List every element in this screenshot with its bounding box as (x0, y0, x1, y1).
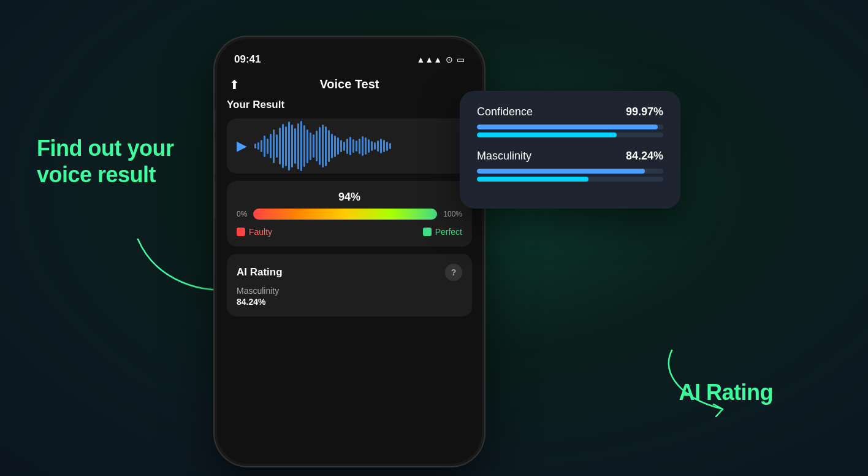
waveform-bar (310, 132, 311, 160)
confidence-bar-2-fill (477, 132, 617, 137)
waveform-bar (291, 125, 293, 167)
ai-rating-title: AI Rating (237, 266, 283, 278)
waveform-bar (377, 140, 379, 152)
legend-perfect: Perfect (423, 227, 462, 237)
tagline-line1: Find out your (37, 135, 173, 161)
waveform-bar (276, 134, 278, 158)
waveform-bar (371, 141, 373, 151)
waveform-bar (297, 123, 299, 169)
phone-silent-button (215, 110, 215, 132)
waveform-bar (349, 137, 351, 155)
waveform-bar (288, 121, 290, 171)
waveform-visualization (254, 131, 462, 161)
waveform-bar (313, 134, 314, 158)
confidence-header: Confidence 99.97% (477, 106, 663, 118)
masculinity-bar-1-track (477, 169, 663, 174)
waveform-bar (356, 140, 357, 152)
confidence-label: Confidence (477, 106, 533, 118)
waveform-bar (285, 126, 287, 166)
waveform-bar (337, 137, 339, 155)
waveform-bar (279, 128, 281, 164)
waveform-bar (359, 139, 360, 154)
app-content: Your Result ▶ 94% 0% 100% Faulty (217, 99, 482, 317)
waveform-bar (303, 125, 305, 167)
waveform-bar (380, 139, 382, 153)
masculinity-label: Masculinity (477, 150, 531, 163)
info-card: Confidence 99.97% Masculinity 84.24% (460, 91, 680, 209)
waveform-bar (383, 140, 385, 152)
perfect-color-swatch (423, 228, 432, 236)
waveform-bar (267, 139, 268, 154)
battery-icon: ▭ (457, 55, 465, 64)
score-label-0: 0% (237, 210, 247, 218)
app-header: ⬆ Voice Test (217, 72, 482, 99)
masculinity-row: Masculinity 84.24% (477, 150, 663, 182)
waveform-bar (316, 131, 318, 161)
confidence-row: Confidence 99.97% (477, 106, 663, 137)
waveform-bar (306, 129, 308, 163)
waveform-bar (257, 142, 259, 150)
status-time: 09:41 (234, 53, 261, 66)
masculinity-bar-2-track (477, 177, 663, 182)
play-button[interactable]: ▶ (237, 138, 247, 154)
waveform-bar (362, 136, 364, 156)
phone-mockup: 09:41 ▲▲▲ ⊙ ▭ ⬆ Voice Test Your Result ▶… (215, 37, 484, 466)
waveform-bar (294, 128, 296, 164)
waveform-bar (273, 129, 275, 163)
waveform-bar (300, 121, 302, 171)
screen-title: Voice Test (319, 77, 379, 91)
ai-rating-header: AI Rating ? (237, 264, 462, 281)
status-icons: ▲▲▲ ⊙ ▭ (416, 55, 465, 64)
masculinity-bar-1-fill (477, 169, 645, 174)
masculinity-value: 84.24% (626, 150, 663, 163)
score-legend: Faulty Perfect (237, 227, 462, 237)
waveform-card: ▶ (227, 118, 472, 174)
waveform-bar (389, 143, 391, 149)
score-bar-container: 0% 100% (237, 209, 462, 220)
faulty-label: Faulty (249, 227, 272, 237)
waveform-bar (325, 126, 327, 166)
tagline-line2: voice result (37, 161, 173, 188)
waveform-bar (343, 142, 345, 151)
phone-screen: 09:41 ▲▲▲ ⊙ ▭ ⬆ Voice Test Your Result ▶… (217, 39, 482, 464)
share-icon[interactable]: ⬆ (229, 77, 240, 92)
waveform-bar (264, 136, 265, 157)
score-bar (253, 209, 437, 220)
waveform-bar (352, 139, 354, 153)
faulty-color-swatch (237, 228, 245, 236)
waveform-bar (270, 134, 272, 158)
masculinity-bar-2-fill (477, 177, 588, 182)
waveform-bar (254, 144, 256, 148)
waveform-bar (374, 142, 376, 150)
tagline: Find out your voice result (37, 135, 173, 188)
waveform-bar (340, 140, 342, 152)
confidence-value: 99.97% (626, 106, 663, 118)
ai-rating-arrow (635, 338, 758, 418)
waveform-bar (368, 139, 370, 153)
phone-volume-up-button (215, 138, 215, 175)
waveform-bar (346, 139, 348, 154)
waveform-bar (282, 124, 284, 168)
score-card: 94% 0% 100% Faulty Perfect (227, 181, 472, 247)
ai-rating-card: AI Rating ? Masculinity 84.24% (227, 254, 472, 317)
waveform-bar (261, 140, 262, 152)
signal-icon: ▲▲▲ (416, 55, 442, 64)
wifi-icon: ⊙ (446, 55, 453, 64)
help-button[interactable]: ? (445, 264, 462, 281)
perfect-label: Perfect (435, 227, 462, 237)
waveform-bar (365, 137, 367, 155)
waveform-bar (334, 136, 336, 157)
score-percentage: 94% (237, 191, 462, 204)
waveform-bar (386, 142, 388, 151)
waveform-bar (331, 134, 333, 158)
ai-rating-promo-label: AI Rating (679, 380, 774, 405)
waveform-bar (319, 127, 321, 165)
legend-faulty: Faulty (237, 227, 272, 237)
masculinity-header: Masculinity 84.24% (477, 150, 663, 163)
confidence-bar-2-track (477, 132, 663, 137)
confidence-bar-1-fill (477, 125, 658, 129)
your-result-label: Your Result (227, 99, 472, 111)
waveform-bar (322, 125, 324, 167)
ai-sub-value: 84.24% (237, 297, 462, 307)
phone-notch (313, 42, 386, 61)
